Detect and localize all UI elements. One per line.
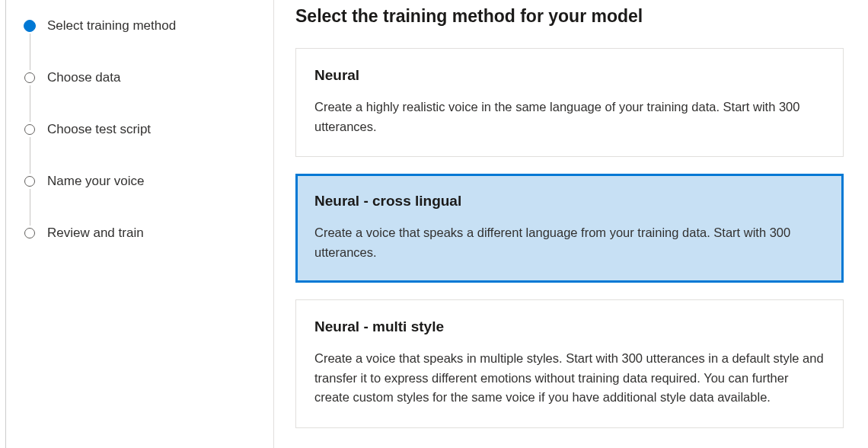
card-neural-multi-style[interactable]: Neural - multi style Create a voice that…: [295, 299, 844, 428]
step-review-and-train[interactable]: Review and train: [24, 226, 258, 241]
step-label: Choose test script: [47, 122, 151, 137]
step-name-your-voice[interactable]: Name your voice: [24, 174, 258, 189]
card-title: Neural: [314, 67, 825, 84]
card-description: Create a voice that speaks a different l…: [314, 223, 825, 262]
main-content: Select the training method for your mode…: [274, 0, 868, 448]
step-choose-data[interactable]: Choose data: [24, 70, 258, 85]
step-bullet-icon: [24, 72, 35, 83]
step-bullet-icon: [24, 20, 36, 32]
step-list: Select training method Choose data Choos…: [24, 18, 258, 241]
wizard-steps-sidebar: Select training method Choose data Choos…: [6, 0, 274, 448]
step-bullet-icon: [24, 176, 35, 187]
card-description: Create a highly realistic voice in the s…: [314, 98, 825, 136]
step-connector: [30, 189, 30, 226]
step-label: Name your voice: [47, 174, 145, 189]
step-label: Select training method: [47, 18, 176, 34]
card-title: Neural - multi style: [314, 318, 825, 335]
step-label: Choose data: [47, 70, 120, 85]
step-bullet-icon: [24, 124, 35, 135]
card-neural[interactable]: Neural Create a highly realistic voice i…: [295, 48, 844, 157]
step-choose-test-script[interactable]: Choose test script: [24, 122, 258, 137]
step-connector: [30, 137, 30, 174]
card-neural-cross-lingual[interactable]: Neural - cross lingual Create a voice th…: [295, 174, 844, 283]
step-select-training-method[interactable]: Select training method: [24, 18, 258, 34]
step-connector: [30, 34, 30, 70]
left-edge-divider: [0, 0, 6, 448]
page-title: Select the training method for your mode…: [295, 6, 844, 27]
step-connector: [30, 85, 30, 122]
card-title: Neural - cross lingual: [314, 193, 825, 210]
card-description: Create a voice that speaks in multiple s…: [314, 349, 825, 408]
step-label: Review and train: [47, 226, 144, 241]
step-bullet-icon: [24, 228, 35, 238]
